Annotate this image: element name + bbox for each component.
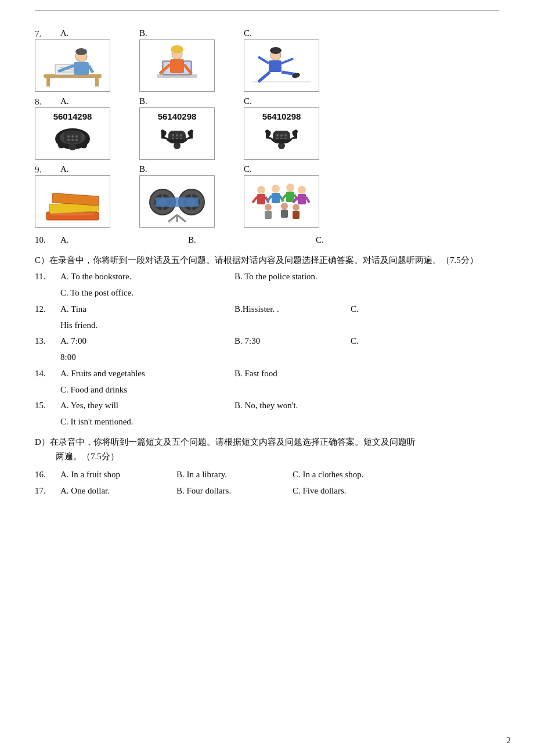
section-c-instruction: C）在录音中，你将听到一段对话及五个问题。请根据对话内容及问题选择正确答案。对话… <box>35 253 499 268</box>
q8-row: 8. A. 56014298 <box>35 96 499 160</box>
svg-line-24 <box>258 72 270 82</box>
q8-a-phone: 56014298 <box>35 107 110 160</box>
svg-point-50 <box>276 134 279 136</box>
svg-rect-2 <box>95 78 99 87</box>
q9-b-col: B. <box>139 164 215 228</box>
q12-b: B.Hissister. . <box>234 301 351 318</box>
q8-a-number: 56014298 <box>53 111 92 121</box>
q8-label: 8. <box>35 97 57 107</box>
svg-rect-87 <box>286 192 294 202</box>
section-d-instruction2: 两遍。（7.5分） <box>35 449 499 465</box>
svg-rect-23 <box>269 60 282 72</box>
q9-c-image <box>244 175 319 228</box>
q14-num: 14. <box>35 366 60 382</box>
svg-point-38 <box>75 139 78 141</box>
svg-point-22 <box>270 47 282 54</box>
q9-a-label: A. <box>60 164 69 174</box>
q8-c-phone: 56410298 <box>244 107 319 160</box>
svg-point-82 <box>272 185 280 193</box>
q15-row: 15. A. Yes, they will B. No, they won't.… <box>35 398 499 430</box>
svg-point-86 <box>286 183 294 192</box>
q14-row: 14. A. Fruits and vegetables B. Fast foo… <box>35 366 499 398</box>
q10-num: 10. <box>35 232 60 249</box>
top-rule <box>35 10 499 11</box>
q10-a: A. <box>60 232 188 249</box>
q12-c2: His friend. <box>60 318 98 334</box>
q7-row: 7. A. <box>35 28 499 92</box>
svg-line-11 <box>89 66 93 73</box>
svg-point-98 <box>293 204 300 211</box>
svg-line-84 <box>267 196 272 201</box>
q9-a-image <box>35 175 110 228</box>
q7-a-label: A. <box>60 28 69 38</box>
q8-c-label: C. <box>244 96 252 106</box>
svg-point-36 <box>67 139 70 141</box>
q13-b: B. 7:30 <box>234 333 351 350</box>
svg-point-96 <box>281 203 288 210</box>
q12-row: 12. A. Tina B.Hissister. . C. His friend… <box>35 301 499 334</box>
q7-label: 7. <box>35 29 57 39</box>
svg-point-34 <box>71 135 74 138</box>
q15-num: 15. <box>35 398 60 414</box>
svg-rect-91 <box>298 194 306 204</box>
svg-point-32 <box>69 143 76 150</box>
crowd-icon <box>250 178 313 225</box>
q13-c2: 8:00 <box>60 350 76 366</box>
q16-b: B. In a library. <box>176 467 293 483</box>
q12-num: 12. <box>35 301 60 318</box>
person-stretch-icon <box>247 42 316 89</box>
svg-rect-97 <box>281 210 288 218</box>
q7-c-image <box>244 39 319 92</box>
svg-rect-95 <box>265 211 272 219</box>
svg-point-78 <box>257 186 265 194</box>
q10-b: B. <box>188 232 316 249</box>
q7-a-image <box>35 39 110 92</box>
q16-a: A. In a fruit shop <box>60 467 176 483</box>
q8-a-col: 8. A. 56014298 <box>35 96 110 160</box>
q11-c: C. To the post office. <box>35 285 134 301</box>
q7-b-label: B. <box>139 28 147 38</box>
q9-c-label: C. <box>244 164 252 174</box>
q14-b: B. Fast food <box>234 366 499 382</box>
person-desk-icon <box>38 42 107 89</box>
svg-line-75 <box>168 215 177 222</box>
svg-point-33 <box>67 135 70 138</box>
q7-b-image <box>139 39 215 92</box>
q8-b-number: 56140298 <box>158 111 197 121</box>
svg-point-43 <box>180 134 182 136</box>
section-d-instruction: D）在录音中，你将听到一篇短文及五个问题。请根据短文内容及问题选择正确答案。短文… <box>35 435 499 450</box>
q13-a: A. 7:00 <box>60 333 234 350</box>
svg-line-88 <box>282 195 286 200</box>
q17-c: C. Five dollars. <box>293 483 347 499</box>
svg-rect-74 <box>156 197 199 207</box>
svg-rect-1 <box>46 78 50 87</box>
q9-a-col: 9. A. <box>35 164 110 228</box>
q9-b-image <box>139 175 215 228</box>
telephone-icon <box>52 125 93 153</box>
svg-line-77 <box>177 215 186 222</box>
svg-point-42 <box>176 134 178 136</box>
q17-a: A. One dollar. <box>60 483 176 499</box>
q16-num: 16. <box>35 467 60 483</box>
svg-point-37 <box>71 139 74 141</box>
telephone-b-icon <box>157 125 197 153</box>
q11-a: A. To the bookstore. <box>60 269 234 285</box>
q11-row: 11. A. To the bookstore. B. To the polic… <box>35 269 499 301</box>
svg-point-94 <box>265 204 272 211</box>
q8-a-label: A. <box>60 96 69 106</box>
q17-b: B. Four dollars. <box>176 483 293 499</box>
q8-b-label: B. <box>139 96 147 106</box>
svg-line-27 <box>282 59 293 63</box>
svg-line-93 <box>306 197 309 203</box>
q7-c-label: C. <box>244 28 252 38</box>
svg-rect-83 <box>272 193 280 203</box>
q7-b-col: B. <box>139 28 215 92</box>
svg-rect-99 <box>293 211 300 219</box>
q7-a-col: 7. A. <box>35 28 110 92</box>
q8-c-number: 56410298 <box>262 111 301 121</box>
svg-rect-9 <box>74 62 89 75</box>
page-container: 7. A. <box>0 0 534 756</box>
svg-point-8 <box>75 48 87 55</box>
q14-c2: C. Food and drinks <box>60 382 127 398</box>
page-number: 2 <box>507 736 511 746</box>
